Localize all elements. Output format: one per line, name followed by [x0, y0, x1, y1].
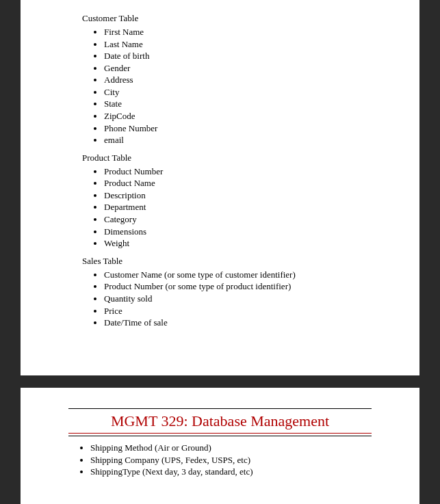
document-page-1: Customer Table First Name Last Name Date… [21, 0, 419, 375]
product-table-list: Product Number Product Name Description … [82, 165, 358, 250]
list-item: Department [104, 201, 358, 213]
list-item: Product Number [104, 165, 358, 178]
list-item: Shipping Company (UPS, Fedex, USPS, etc) [90, 454, 372, 466]
list-item: ZipCode [104, 110, 358, 122]
list-item: Description [104, 189, 358, 202]
list-item: Weight [104, 237, 358, 250]
list-item: City [104, 86, 358, 98]
customer-table-title: Customer Table [82, 12, 358, 25]
list-item: Shipping Method (Air or Ground) [90, 442, 372, 454]
list-item: Phone Number [104, 122, 358, 135]
list-item: Product Name [104, 177, 358, 189]
customer-table-section: Customer Table First Name Last Name Date… [82, 12, 358, 146]
list-item: Address [104, 74, 358, 86]
list-item: State [104, 98, 358, 110]
sales-table-section: Sales Table Customer Name (or some type … [82, 255, 358, 329]
list-item: Gender [104, 62, 358, 75]
page-header-inner: MGMT 329: Database Management [68, 411, 372, 434]
continued-list: Shipping Method (Air or Ground) Shipping… [68, 442, 372, 478]
product-table-title: Product Table [82, 152, 358, 164]
list-item: email [104, 134, 358, 146]
sales-table-title: Sales Table [82, 255, 358, 267]
list-item: ShippingType (Next day, 3 day, standard,… [90, 466, 372, 478]
document-page-2: MGMT 329: Database Management Shipping M… [21, 388, 419, 504]
list-item: Price [104, 305, 358, 317]
list-item: Dimensions [104, 226, 358, 238]
list-item: Product Number (or some type of product … [104, 280, 358, 293]
list-item: Date of birth [104, 50, 358, 62]
product-table-section: Product Table Product Number Product Nam… [82, 152, 358, 250]
list-item: Customer Name (or some type of customer … [104, 269, 358, 281]
list-item: Quantity sold [104, 293, 358, 305]
customer-table-list: First Name Last Name Date of birth Gende… [82, 26, 358, 146]
page-header-block: MGMT 329: Database Management [68, 408, 372, 437]
list-item: First Name [104, 26, 358, 38]
list-item: Last Name [104, 38, 358, 51]
page-divider [0, 375, 440, 388]
course-title: MGMT 329: Database Management [68, 411, 372, 432]
sales-table-list: Customer Name (or some type of customer … [82, 269, 358, 329]
list-item: Date/Time of sale [104, 317, 358, 329]
list-item: Category [104, 213, 358, 226]
